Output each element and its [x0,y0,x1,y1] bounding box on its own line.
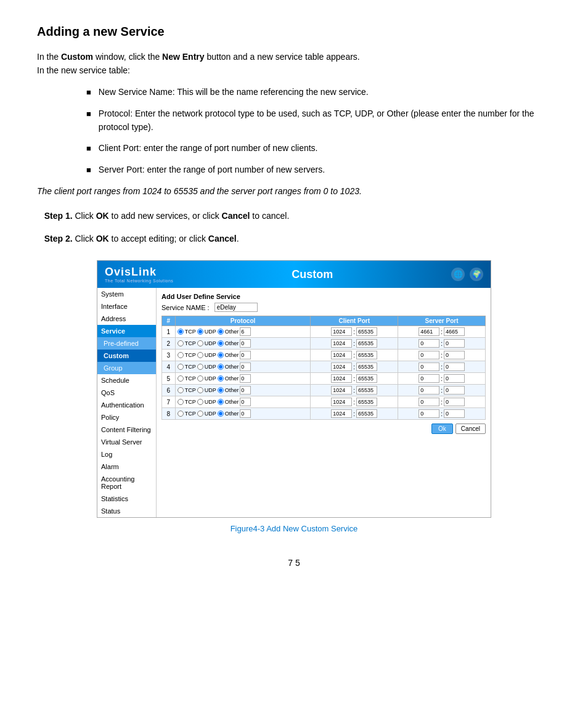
service-name-row: Service NAME : [161,303,486,312]
tcp-radio[interactable] [178,329,184,335]
sidebar-item-content-filtering[interactable]: Content Filtering [97,424,156,436]
server-port-from[interactable] [419,339,439,348]
client-port-from[interactable] [331,374,352,383]
sidebar-item-qos[interactable]: QoS [97,387,156,399]
server-port-to[interactable] [444,339,465,348]
other-radio[interactable] [218,352,224,358]
server-port-from[interactable] [419,386,439,395]
other-val-input[interactable] [240,398,251,406]
sidebar-item-predefined[interactable]: Pre-defined [97,337,156,350]
other-radio[interactable] [218,411,224,417]
other-radio[interactable] [218,387,224,393]
server-port-from[interactable] [419,362,439,371]
sidebar-item-alarm[interactable]: Alarm [97,460,156,473]
server-port-to[interactable] [444,327,465,336]
sidebar-item-log[interactable]: Log [97,448,156,460]
other-val-input[interactable] [240,339,251,348]
sidebar-item-virtual-server[interactable]: Virtual Server [97,436,156,448]
tcp-radio[interactable] [178,340,184,346]
server-port-from[interactable] [419,327,439,336]
tcp-radio[interactable] [178,387,184,393]
server-port-to[interactable] [444,374,465,383]
server-port-from[interactable] [419,409,439,418]
bold-new-entry: New Entry [162,52,204,62]
client-port-from[interactable] [331,409,352,418]
step1: Step 1. Click OK to add new services, or… [37,209,551,223]
page-title: Adding a new Service [37,25,551,39]
client-port-to[interactable] [356,409,377,418]
table-row: 3 TCP UDP Other : : [162,350,486,361]
client-port-to[interactable] [356,386,377,395]
table-row: 7 TCP UDP Other : : [162,396,486,408]
tcp-radio[interactable] [178,411,184,417]
sidebar-item-interface[interactable]: Interface [97,300,156,313]
server-port-to[interactable] [444,362,465,371]
sidebar-item-custom[interactable]: Custom [97,350,156,362]
sidebar-item-policy[interactable]: Policy [97,411,156,424]
row-protocol: TCP UDP Other [175,326,310,338]
client-port-to[interactable] [356,362,377,371]
row-num: 4 [162,361,176,373]
ok-button[interactable]: Ok [431,424,453,434]
other-radio[interactable] [218,364,224,370]
sidebar-item-authentication[interactable]: Authentication [97,399,156,411]
client-port-from[interactable] [331,351,352,359]
row-client-port: : [311,350,398,361]
server-port-to[interactable] [444,409,465,418]
udp-radio[interactable] [197,399,203,405]
row-num: 8 [162,408,176,420]
client-port-from[interactable] [331,327,352,336]
list-item: Client Port: enter the range of port num… [86,141,551,155]
udp-radio[interactable] [197,352,203,358]
server-port-from[interactable] [419,374,439,383]
client-port-from[interactable] [331,339,352,348]
tcp-radio[interactable] [178,352,184,358]
sidebar-item-service[interactable]: Service [97,325,156,337]
client-port-to[interactable] [356,351,377,359]
header-icons: 🌐 🌍 [451,268,483,281]
client-port-to[interactable] [356,339,377,348]
sidebar-item-address[interactable]: Address [97,313,156,325]
udp-radio[interactable] [197,340,203,346]
sidebar-item-status[interactable]: Status [97,505,156,517]
cancel-button[interactable]: Cancel [455,424,486,434]
other-val-input[interactable] [240,386,251,395]
sidebar-item-system[interactable]: System [97,288,156,300]
client-port-to[interactable] [356,327,377,336]
other-val-input[interactable] [240,327,251,336]
client-port-from[interactable] [331,398,352,406]
globe-icon: 🌐 [451,268,465,281]
udp-radio[interactable] [197,411,203,417]
service-name-input[interactable] [214,303,258,312]
other-val-input[interactable] [240,351,251,359]
table-row: 1 TCP UDP Other : : [162,326,486,338]
server-port-from[interactable] [419,398,439,406]
server-port-to[interactable] [444,386,465,395]
client-port-to[interactable] [356,374,377,383]
tcp-radio[interactable] [178,375,184,382]
tcp-radio[interactable] [178,364,184,370]
server-port-to[interactable] [444,398,465,406]
intro-line2: In the new service table: [37,65,130,75]
other-val-input[interactable] [240,362,251,371]
other-radio[interactable] [218,375,224,382]
udp-radio[interactable] [197,364,203,370]
other-val-input[interactable] [240,374,251,383]
sidebar-item-accounting-report[interactable]: Accounting Report [97,473,156,493]
other-radio[interactable] [218,329,224,335]
other-radio[interactable] [218,340,224,346]
client-port-from[interactable] [331,386,352,395]
server-port-to[interactable] [444,351,465,359]
sidebar-item-group[interactable]: Group [97,362,156,374]
udp-radio[interactable] [197,375,203,382]
sidebar-item-statistics[interactable]: Statistics [97,493,156,505]
server-port-from[interactable] [419,351,439,359]
client-port-to[interactable] [356,398,377,406]
other-radio[interactable] [218,399,224,405]
udp-radio[interactable] [197,329,203,335]
udp-radio[interactable] [197,387,203,393]
other-val-input[interactable] [240,409,251,418]
tcp-radio[interactable] [178,399,184,405]
sidebar-item-schedule[interactable]: Schedule [97,374,156,387]
client-port-from[interactable] [331,362,352,371]
